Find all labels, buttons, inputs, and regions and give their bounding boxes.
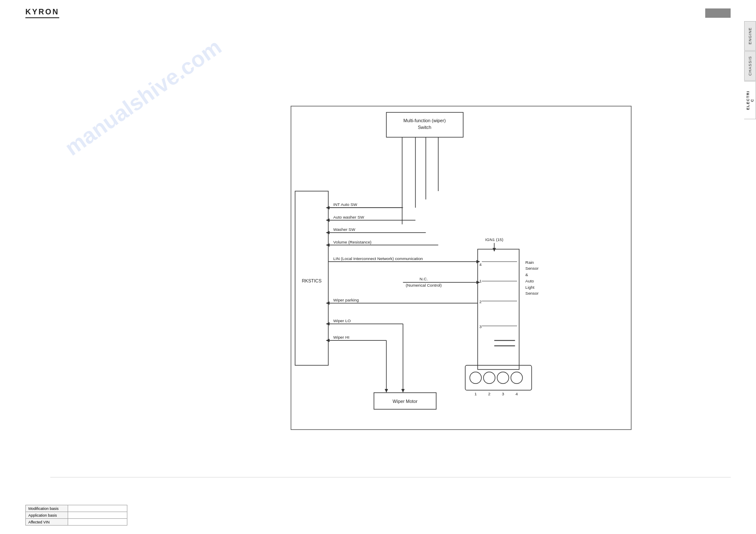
svg-marker-38 [492,248,496,252]
wiper-motor-label: Wiper Motor [393,399,418,404]
svg-marker-15 [326,244,330,247]
conn-pin3: 3 [502,392,504,396]
svg-marker-21 [326,301,330,305]
svg-marker-28 [401,389,405,393]
auto-washer-sw-label: Auto washer SW [333,215,365,219]
application-basis-value [68,512,127,519]
page-number-box [705,8,731,18]
application-basis-label: Application basis [26,512,68,519]
svg-text:Sensor: Sensor [525,291,539,296]
int-auto-sw-label: INT Auto SW [333,202,357,207]
affected-vin-value [68,519,127,526]
wiper-hi-label: Wiper HI [333,335,349,340]
svg-marker-9 [326,206,330,209]
nc-label: N.C. [420,277,428,281]
svg-text:&: & [525,272,528,277]
tab-electri[interactable]: ELECTRIC [744,81,756,119]
multi-function-label: Multi-function (wiper) [404,118,446,123]
svg-rect-45 [465,365,532,390]
conn-pin4: 4 [516,392,518,396]
rain-sensor-label: Rain [525,260,534,265]
svg-point-47 [484,372,495,383]
rkstics-label: RKSTICS [302,278,322,283]
nc-sub-label: (Numerical Control) [406,283,442,288]
svg-rect-0 [291,106,631,430]
pin2-label: 2 [479,299,481,304]
svg-text:Sensor: Sensor [525,266,539,271]
conn-pin1: 1 [474,392,476,396]
pin1-label: 1 [479,279,481,283]
header: KYRON [25,8,731,18]
wiper-parking-label: Wiper parking [333,298,359,302]
svg-marker-11 [326,219,330,222]
svg-rect-31 [478,249,519,369]
svg-point-49 [511,372,522,383]
conn-pin2: 2 [488,392,490,396]
volume-label: Volume (Resistance) [333,240,371,244]
right-tabs: ENGINE CHASSIS ELECTRIC [744,21,756,119]
diagram-area: Multi-function (wiper) Switch RKSTICS IN… [25,23,739,492]
svg-text:Auto: Auto [525,279,534,283]
washer-sw-label: Washer SW [333,227,356,232]
pin3-label: 3 [479,324,482,329]
pin4-label: 4 [479,262,482,267]
wiring-diagram: Multi-function (wiper) Switch RKSTICS IN… [25,23,739,492]
bottom-info-table: Modification basis Application basis Aff… [25,505,127,526]
ign1-label: IGN1 (15) [485,237,503,242]
svg-text:Light: Light [525,285,535,290]
affected-vin-label: Affected VIN [26,519,68,526]
svg-point-46 [470,372,481,383]
modification-basis-value [68,505,127,512]
tab-chassis[interactable]: CHASSIS [744,51,756,81]
multi-function-label2: Switch [418,125,432,130]
tab-engine[interactable]: ENGINE [744,21,756,51]
svg-marker-29 [385,389,388,393]
svg-point-48 [497,372,509,383]
wiper-lo-label: Wiper LO [333,318,351,323]
lin-comm-label: LIN (Local Interconnect Network) communi… [333,256,423,261]
svg-marker-23 [326,322,330,326]
brand-logo: KYRON [25,8,59,18]
modification-basis-label: Modification basis [26,505,68,512]
svg-marker-13 [326,231,330,234]
svg-marker-26 [326,339,330,342]
